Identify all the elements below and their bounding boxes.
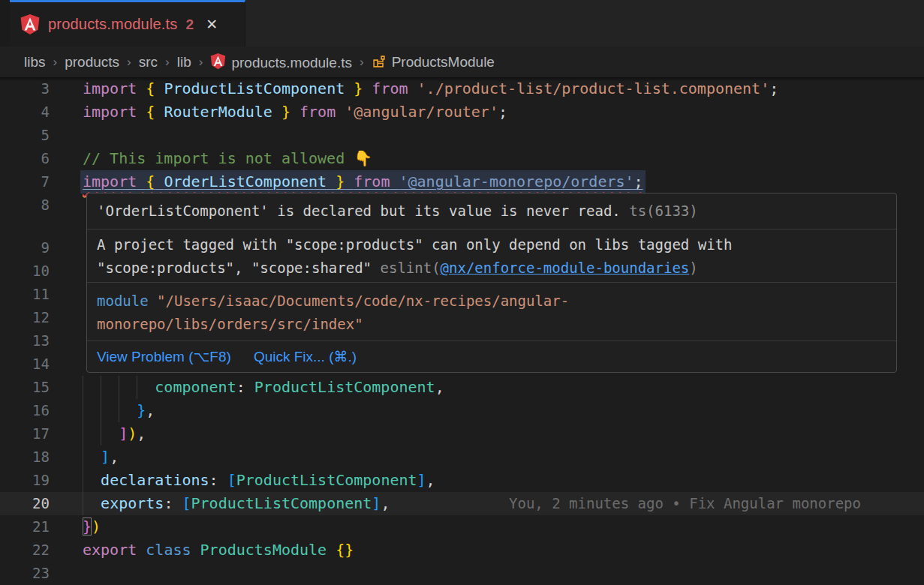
- line-number[interactable]: 22: [0, 538, 50, 562]
- code-token: }: [83, 518, 92, 536]
- code-token: [83, 448, 101, 466]
- code-token: ProductListComponent: [164, 80, 345, 98]
- code-line-5[interactable]: 5: [0, 124, 924, 147]
- code-line-7[interactable]: 7import { OrderListComponent } from '@an…: [0, 170, 924, 194]
- code-token: declarations: [101, 471, 209, 489]
- breadcrumb-item-src[interactable]: src: [139, 54, 158, 70]
- breadcrumb-item-lib[interactable]: lib: [177, 54, 191, 70]
- tab-products-module[interactable]: products.module.ts 2 ✕: [10, 0, 245, 46]
- line-number[interactable]: 11: [0, 283, 50, 306]
- code-content[interactable]: exports: [ProductListComponent],You, 2 m…: [50, 492, 924, 515]
- code-line-20[interactable]: 20 exports: [ProductListComponent],You, …: [0, 492, 924, 515]
- code-content[interactable]: ]),: [50, 422, 924, 446]
- breadcrumb-item-products[interactable]: products: [65, 54, 119, 70]
- breadcrumb-file-label: products.module.ts: [231, 55, 352, 70]
- highlighted-import-statement[interactable]: import { OrderListComponent } from '@ang…: [80, 170, 646, 194]
- code-content[interactable]: }): [50, 515, 924, 538]
- code-token: ]: [101, 448, 110, 466]
- line-number[interactable]: 5: [0, 124, 50, 147]
- code-line-15[interactable]: 15 component: ProductListComponent,: [0, 376, 924, 399]
- code-content[interactable]: // This import is not allowed 👇: [50, 147, 924, 170]
- tab-bar: products.module.ts 2 ✕: [0, 0, 924, 46]
- eslint-diagnostic: A project tagged with "scope:products" c…: [87, 230, 896, 283]
- line-number[interactable]: 4: [0, 100, 50, 124]
- code-token: from: [372, 80, 408, 98]
- hover-text: eslint(: [381, 260, 441, 276]
- code-content[interactable]: import { RouterModule } from '@angular/r…: [50, 100, 924, 124]
- code-content[interactable]: [50, 124, 924, 147]
- code-content[interactable]: export class ProductsModule {}: [50, 538, 924, 562]
- line-number[interactable]: 12: [0, 306, 50, 329]
- breadcrumb-item-file[interactable]: products.module.ts: [210, 53, 352, 71]
- code-line-17[interactable]: 17 ]),: [0, 422, 924, 446]
- code-token: :: [164, 494, 173, 512]
- line-number[interactable]: 16: [0, 399, 50, 422]
- code-token: [173, 494, 182, 512]
- line-number[interactable]: 21: [0, 515, 50, 538]
- code-token: [390, 172, 399, 190]
- indent-guide: [101, 399, 101, 422]
- line-number[interactable]: 20: [0, 492, 50, 515]
- code-token: {}: [336, 541, 354, 559]
- breadcrumb-item-libs[interactable]: libs: [24, 54, 46, 70]
- line-number[interactable]: 8: [0, 194, 50, 217]
- eslint-rule-link[interactable]: @nx/enforce-module-boundaries: [441, 260, 690, 276]
- code-token: [327, 172, 336, 190]
- code-content[interactable]: [50, 562, 924, 585]
- line-number[interactable]: 6: [0, 147, 50, 170]
- hover-message-line: "scope:products", "scope:shared" eslint(…: [97, 256, 896, 280]
- code-token: OrderListComponent: [164, 172, 327, 190]
- code-line-22[interactable]: 22export class ProductsModule {}: [0, 538, 924, 562]
- tab-close-icon[interactable]: ✕: [206, 16, 218, 33]
- code-editor[interactable]: 'OrderListComponent' is declared but its…: [0, 77, 924, 585]
- code-token: [336, 103, 345, 121]
- line-number[interactable]: 23: [0, 562, 50, 585]
- indent-guide: [83, 376, 83, 399]
- quick-fix-action[interactable]: Quick Fix... (⌘.): [254, 348, 357, 365]
- line-number[interactable]: 18: [0, 446, 50, 469]
- breadcrumb-separator: ›: [53, 55, 58, 70]
- code-line-4[interactable]: 4import { RouterModule } from '@angular/…: [0, 100, 924, 124]
- code-content[interactable]: },: [50, 399, 924, 422]
- code-token: [272, 103, 281, 121]
- git-blame-annotation: You, 2 minutes ago • Fix Angular monorep…: [509, 492, 861, 515]
- line-number[interactable]: 9: [0, 236, 50, 260]
- view-problem-action[interactable]: View Problem (⌥F8): [97, 348, 231, 365]
- code-line-19[interactable]: 19 declarations: [ProductListComponent],: [0, 469, 924, 492]
- hover-text: A project tagged with "scope:products" c…: [97, 236, 732, 253]
- hover-text: "/Users/isaac/Documents/code/nx-recipes/…: [157, 292, 569, 309]
- line-number[interactable]: 7: [0, 170, 50, 194]
- code-content[interactable]: declarations: [ProductListComponent],: [50, 469, 924, 492]
- code-line-16[interactable]: 16 },: [0, 399, 924, 422]
- code-token: RouterModule: [164, 103, 272, 121]
- code-token: [345, 172, 354, 190]
- line-number[interactable]: 14: [0, 352, 50, 376]
- code-line-6[interactable]: 6// This import is not allowed 👇: [0, 147, 924, 170]
- breadcrumb-item-symbol[interactable]: ProductsModule: [372, 54, 495, 70]
- code-line-21[interactable]: 21}): [0, 515, 924, 538]
- code-token: ProductListComponent: [191, 494, 372, 512]
- code-token: './product-list/product-list.component': [417, 80, 770, 98]
- code-token: [363, 80, 372, 98]
- indent-guide: [83, 399, 83, 422]
- code-token: [: [227, 471, 236, 489]
- code-content[interactable]: ],: [50, 446, 924, 469]
- code-token: '@angular/router': [345, 103, 498, 121]
- code-line-18[interactable]: 18 ],: [0, 446, 924, 469]
- code-content[interactable]: component: ProductListComponent,: [50, 376, 924, 399]
- line-number[interactable]: 19: [0, 469, 50, 492]
- code-token: [137, 172, 146, 190]
- code-token: [83, 494, 101, 512]
- hover-text: "scope:products", "scope:shared": [97, 260, 381, 276]
- code-token: from: [354, 172, 390, 190]
- line-number[interactable]: 13: [0, 329, 50, 352]
- line-number[interactable]: 10: [0, 260, 50, 283]
- indent-guide: [137, 376, 137, 399]
- code-token: ,: [110, 448, 119, 466]
- line-number[interactable]: 15: [0, 376, 50, 399]
- code-content[interactable]: import { OrderListComponent } from '@ang…: [50, 170, 924, 194]
- angular-icon: [210, 53, 226, 70]
- hover-message-line: module "/Users/isaac/Documents/code/nx-r…: [97, 290, 896, 313]
- code-line-23[interactable]: 23: [0, 562, 924, 585]
- line-number[interactable]: 17: [0, 422, 50, 446]
